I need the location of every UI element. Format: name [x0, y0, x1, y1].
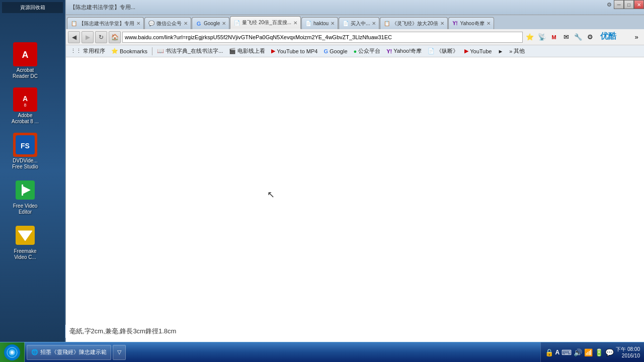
tray-battery-icon[interactable]: 🔋: [595, 348, 603, 356]
bookmark-zongduan[interactable]: 📄 《纵断》: [425, 46, 461, 56]
bookmark-calligraphy-dict[interactable]: 📖 书法字典_在线书法字...: [154, 46, 225, 56]
adobe-acrobat-label: AdobeAcrobat 8 ...: [12, 113, 39, 125]
svg-text:A: A: [23, 95, 28, 103]
tab-label-1: 【陈忠建书法学堂】专用: [79, 20, 134, 27]
expand-icon[interactable]: »: [631, 32, 642, 43]
bookmark-movies-label: 电影线上看: [237, 47, 265, 55]
dvdvideo-icon: FS: [13, 133, 37, 157]
tray-ime-icon[interactable]: A: [555, 349, 560, 356]
tab-label-6: 买入中...: [351, 20, 370, 27]
taskbar-browser-item[interactable]: 🌐 招墨《靈飛經》陳忠建示範: [27, 345, 111, 360]
tab-google[interactable]: G Google ✕: [192, 17, 229, 29]
tab-favicon-8: Y!: [452, 20, 459, 27]
tab-close-1[interactable]: ✕: [136, 21, 140, 26]
more-icon: »: [509, 48, 512, 54]
bookmark-youtube-mp4[interactable]: ▶ YouTube to MP4: [269, 47, 320, 55]
bookmark-youtube-mp4-label: YouTube to MP4: [277, 48, 317, 54]
tab-favicon-2: 💬: [148, 20, 155, 27]
youtube-bm-icon: ▶: [464, 48, 468, 54]
bookmark-play[interactable]: ►: [495, 47, 506, 55]
forward-button[interactable]: ▶: [82, 31, 94, 43]
tab-favicon-7: 📋: [383, 20, 390, 27]
settings-icon[interactable]: ⚙: [607, 2, 612, 8]
tab-close-6[interactable]: ✕: [372, 21, 376, 26]
bookmark-youtube[interactable]: ▶ YouTube: [462, 47, 494, 55]
tab-favicon-6: 📄: [342, 20, 349, 27]
rss-icon[interactable]: 📡: [536, 32, 547, 43]
zongduan-icon: 📄: [428, 48, 435, 54]
bookmark-zongduan-label: 《纵断》: [436, 47, 458, 55]
taskbar-items: 🌐 招墨《靈飛經》陳忠建示範 ▽: [25, 345, 540, 360]
system-clock: 下午 08:00 2016/10: [616, 346, 640, 359]
tray-message-icon[interactable]: 💬: [605, 348, 614, 356]
freevideo-label: Free VideoEditor: [13, 203, 38, 215]
address-bar[interactable]: [122, 32, 523, 43]
bookmark-yahoo-label: Yahoo!奇摩: [393, 47, 422, 55]
wrench-icon[interactable]: ⚙: [585, 32, 596, 43]
google-bm-icon: G: [324, 48, 328, 54]
tab-buyin[interactable]: 📄 买入中... ✕: [339, 17, 379, 29]
tab-yahoo[interactable]: Y! Yahoo奇摩 ✕: [448, 17, 494, 29]
separator-1: [152, 47, 152, 55]
tab-close-5[interactable]: ✕: [331, 21, 335, 26]
desktop-icon-freemake[interactable]: FreemakeVideo C...: [5, 221, 45, 262]
tray-keyboard-icon[interactable]: ⌨: [561, 348, 572, 356]
tab-favicon-5: 📄: [305, 20, 312, 27]
acrobat-reader-icon: A: [13, 42, 37, 66]
time-display: 下午 08:00: [616, 346, 640, 352]
windows-orb: [4, 344, 20, 360]
bookmark-calligraphy-dict-label: 书法字典_在线书法字...: [166, 47, 223, 55]
tab-wechat[interactable]: 💬 微信公众号 ✕: [144, 17, 191, 29]
start-button[interactable]: [0, 342, 25, 362]
close-button[interactable]: ✕: [634, 0, 644, 9]
svg-text:A: A: [22, 50, 29, 60]
desktop-icon-adobe-acrobat[interactable]: A 8 AdobeAcrobat 8 ...: [5, 85, 45, 127]
tab-close-7[interactable]: ✕: [440, 21, 444, 26]
tab-label-4: 量飞经 20倍_百度搜...: [242, 19, 291, 26]
refresh-button[interactable]: ↻: [95, 31, 107, 43]
bookmark-more[interactable]: » 其他: [507, 46, 527, 56]
bookmarks-bar: ⋮⋮ 常用程序 ⭐ Bookmarks 📖 书法字典_在线书法字... 🎬 电影…: [66, 45, 644, 57]
back-button[interactable]: ◀: [68, 31, 80, 43]
bookmark-yahoo[interactable]: Y! Yahoo!奇摩: [384, 46, 424, 56]
minimize-button[interactable]: ─: [614, 0, 624, 9]
desktop-icon-dvdvideo[interactable]: FS DVDVide...Free Studio: [5, 131, 45, 172]
tab-close-2[interactable]: ✕: [184, 21, 188, 26]
tray-network-icon[interactable]: 📶: [584, 348, 593, 356]
tab-lingfei[interactable]: 📄 量飞经 20倍_百度搜... ✕: [230, 16, 301, 29]
tab-haktou[interactable]: 📄 haktou ✕: [301, 17, 338, 29]
tray-sound-icon[interactable]: 🔊: [574, 348, 582, 356]
svg-text:8: 8: [24, 103, 26, 108]
bookmark-bookmarks[interactable]: ⭐ Bookmarks: [109, 47, 150, 55]
bookmark-more-label: 其他: [514, 47, 525, 55]
mail-icon[interactable]: ✉: [560, 32, 572, 43]
tray-security-icon[interactable]: 🔒: [545, 348, 553, 356]
desktop-icon-freevideo[interactable]: Free VideoEditor: [5, 176, 45, 217]
play-icon: ►: [498, 48, 503, 54]
bookmark-bookmarks-label: Bookmarks: [120, 48, 147, 54]
tab-favicon-1: 📋: [70, 20, 77, 27]
taskbar-browser-icon: 🌐: [31, 349, 38, 355]
tab-lingfei2[interactable]: 📋 《灵飞经》放大20倍 ✕: [380, 17, 447, 29]
bookmark-google[interactable]: G Google: [321, 47, 350, 55]
bookmark-star-icon[interactable]: ⭐: [524, 32, 535, 43]
tab-close-8[interactable]: ✕: [487, 21, 491, 26]
bookmark-weixin[interactable]: ● 公众平台: [351, 46, 383, 56]
desktop-icons-area: A AcrobatReader DC A 8 AdobeAcrobat 8 ..…: [5, 40, 45, 262]
bookmark-movies[interactable]: 🎬 电影线上看: [226, 46, 268, 56]
nav-icons: ⭐ 📡 M ✉ 🔧 ⚙: [524, 32, 596, 43]
nav-bar: ◀ ▶ ↻ 🏠 ⭐ 📡 M ✉ 🔧 ⚙ 优酷 »: [66, 29, 644, 45]
home-button[interactable]: 🏠: [109, 31, 121, 43]
tab-label-7: 《灵飞经》放大20倍: [392, 20, 438, 27]
tab-close-4[interactable]: ✕: [293, 20, 297, 26]
taskbar-freemake-item[interactable]: ▽: [113, 345, 126, 360]
tools-icon[interactable]: 🔧: [573, 32, 584, 43]
gmail-icon[interactable]: M: [548, 32, 559, 43]
date-display: 2016/10: [616, 352, 640, 359]
adobe-acrobat-icon: A 8: [13, 87, 37, 112]
maximize-button[interactable]: □: [624, 0, 634, 9]
bookmark-apps[interactable]: ⋮⋮ 常用程序: [68, 46, 108, 56]
tab-calligraphy[interactable]: 📋 【陈忠建书法学堂】专用 ✕: [67, 17, 144, 29]
desktop-icon-acrobat-reader[interactable]: A AcrobatReader DC: [5, 40, 45, 81]
tab-close-3[interactable]: ✕: [222, 21, 226, 26]
